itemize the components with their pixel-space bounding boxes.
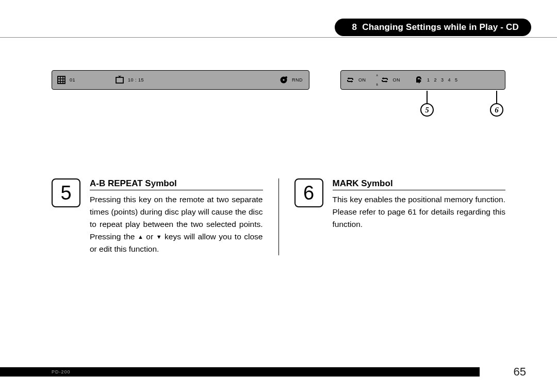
svg-marker-12 <box>351 80 353 83</box>
svg-marker-13 <box>382 77 384 79</box>
callout-circle-5: 5 <box>420 103 434 117</box>
section-5-text: Pressing this key on the remote at two s… <box>90 193 263 255</box>
section-5-body: A-B REPEAT Symbol Pressing this key on t… <box>90 178 263 255</box>
mark-1: 1 <box>427 77 430 83</box>
big-number-6: 6 <box>294 178 323 207</box>
svg-rect-5 <box>116 77 123 83</box>
section-6-title: MARK Symbol <box>333 178 506 190</box>
repeat-icon <box>345 75 355 85</box>
mark-2: 2 <box>434 77 437 83</box>
column-6: 6 MARK Symbol This key enables the posit… <box>279 178 506 255</box>
callout-line-6 <box>496 91 497 103</box>
svg-rect-0 <box>58 76 65 84</box>
track-number: 01 <box>70 77 75 83</box>
big-number-5: 5 <box>52 178 80 207</box>
callout-circle-6: 6 <box>490 103 503 117</box>
time-frame-icon <box>114 75 125 85</box>
header-divider <box>0 37 557 38</box>
svg-marker-14 <box>386 80 387 83</box>
random-disc-icon <box>278 75 289 85</box>
page-number: 65 <box>514 365 526 379</box>
mark-3: 3 <box>441 77 444 83</box>
content-columns: 5 A-B REPEAT Symbol Pressing this key on… <box>52 178 505 255</box>
section-number: 8 <box>352 22 357 32</box>
section-title: Changing Settings while in Play - CD <box>362 22 519 32</box>
display-panel-right: ON A B ON 1 2 3 4 5 <box>340 70 505 90</box>
section-5-title: A-B REPEAT Symbol <box>90 178 263 190</box>
section-header: 8 Changing Settings while in Play - CD <box>335 19 531 36</box>
random-label: RND <box>292 77 303 83</box>
section-6-text: This key enables the positional memory f… <box>333 193 506 231</box>
section-6-body: MARK Symbol This key enables the positio… <box>333 178 506 231</box>
callout-line-5 <box>427 91 428 103</box>
svg-point-9 <box>283 79 285 81</box>
display-panel-left: 01 10 : 15 RND <box>52 70 309 90</box>
mark-4: 4 <box>448 77 451 83</box>
column-5: 5 A-B REPEAT Symbol Pressing this key on… <box>52 178 279 255</box>
ab-repeat-icon <box>380 75 390 85</box>
manual-page: 8 Changing Settings while in Play - CD 0… <box>0 0 557 392</box>
footer-bar: PD-200 <box>0 367 480 377</box>
ab-on-label: ON <box>393 77 401 83</box>
repeat-on-label: ON <box>358 77 366 83</box>
down-triangle-icon: ▼ <box>156 233 162 241</box>
model-number: PD-200 <box>52 369 71 374</box>
ab-letters: A B <box>376 75 380 85</box>
time-display: 10 : 15 <box>128 77 144 83</box>
disc-grid-icon <box>56 75 67 85</box>
mark-5: 5 <box>455 77 458 83</box>
svg-marker-11 <box>348 77 349 79</box>
up-triangle-icon: ▲ <box>138 233 143 241</box>
mark-icon <box>414 75 424 85</box>
svg-point-10 <box>285 76 287 78</box>
